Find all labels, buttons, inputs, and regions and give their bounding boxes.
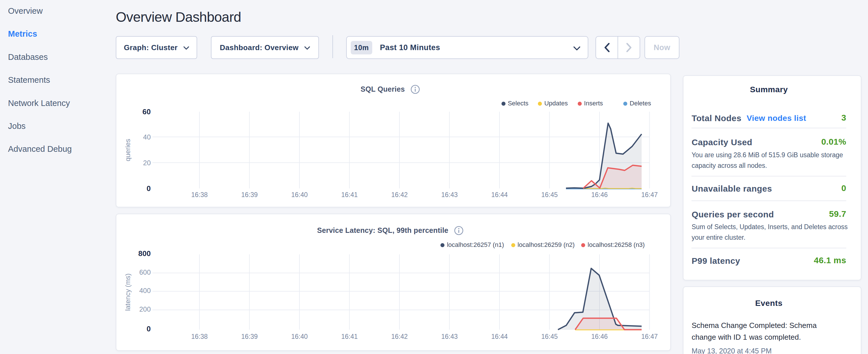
svg-text:16:45: 16:45	[541, 333, 558, 340]
svg-text:16:44: 16:44	[491, 333, 508, 340]
svg-text:200: 200	[139, 305, 151, 313]
svg-text:20: 20	[143, 159, 151, 167]
svg-text:16:43: 16:43	[441, 191, 458, 198]
svg-text:16:38: 16:38	[191, 333, 208, 340]
svg-text:0: 0	[147, 324, 151, 333]
svg-text:16:41: 16:41	[341, 333, 358, 340]
svg-text:16:47: 16:47	[641, 191, 658, 198]
svg-text:0: 0	[147, 184, 151, 193]
svg-text:16:39: 16:39	[241, 191, 258, 198]
svg-text:16:38: 16:38	[191, 191, 208, 198]
svg-text:600: 600	[139, 268, 151, 276]
svg-text:16:40: 16:40	[291, 333, 308, 340]
svg-text:16:40: 16:40	[291, 191, 308, 198]
svg-text:16:45: 16:45	[541, 191, 558, 198]
svg-text:16:39: 16:39	[241, 333, 258, 340]
svg-text:60: 60	[143, 107, 151, 116]
svg-text:16:44: 16:44	[491, 191, 508, 198]
svg-text:16:46: 16:46	[591, 191, 608, 198]
svg-text:latency (ms): latency (ms)	[124, 273, 131, 311]
svg-text:16:46: 16:46	[591, 333, 608, 340]
svg-text:16:42: 16:42	[391, 191, 408, 198]
svg-text:40: 40	[143, 133, 151, 141]
svg-text:400: 400	[139, 287, 151, 294]
svg-text:16:47: 16:47	[641, 333, 658, 340]
svg-text:800: 800	[138, 249, 151, 258]
svg-text:16:43: 16:43	[441, 333, 458, 340]
svg-text:16:42: 16:42	[391, 333, 408, 340]
svg-text:queries: queries	[124, 139, 131, 162]
svg-text:16:41: 16:41	[341, 191, 358, 198]
